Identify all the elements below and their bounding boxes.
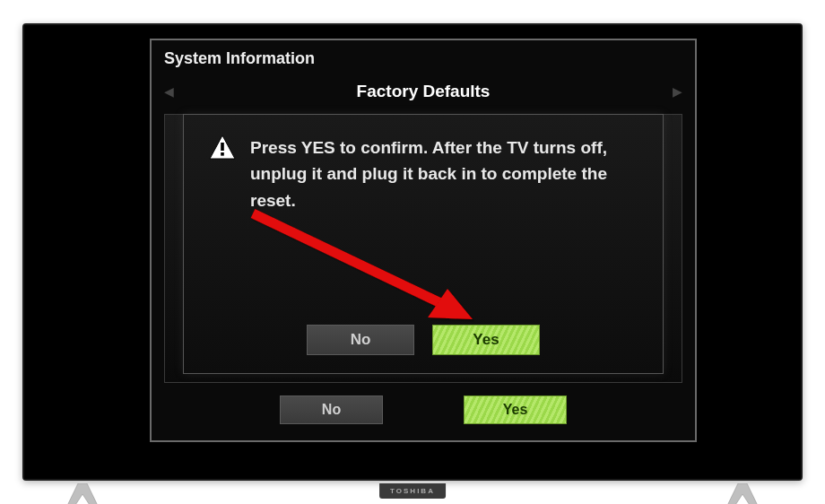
dialog-content: Press YES to confirm. After the TV turns… <box>209 135 638 213</box>
outer-yes-button[interactable]: Yes <box>464 395 567 424</box>
warning-icon <box>209 135 236 160</box>
system-information-panel: System Information ◀ Factory Defaults ▶ … <box>150 39 697 442</box>
outer-no-button[interactable]: No <box>280 395 383 424</box>
confirmation-dialog: Press YES to confirm. After the TV turns… <box>183 114 664 374</box>
dialog-buttons: No Yes <box>184 325 663 355</box>
panel-subtitle: Factory Defaults <box>357 82 491 101</box>
tv-stand-left <box>60 483 105 504</box>
nav-right-icon[interactable]: ▶ <box>673 84 682 99</box>
tv-frame: System Information ◀ Factory Defaults ▶ … <box>22 23 803 481</box>
svg-rect-2 <box>221 152 224 156</box>
tv-brand-label: TOSHIBA <box>379 483 446 499</box>
dialog-yes-button[interactable]: Yes <box>432 325 540 355</box>
tv-stand-right <box>720 483 765 504</box>
tv-screen: System Information ◀ Factory Defaults ▶ … <box>24 25 801 479</box>
panel-title: System Information <box>152 40 695 78</box>
subtitle-row: ◀ Factory Defaults ▶ <box>152 78 695 110</box>
nav-left-icon[interactable]: ◀ <box>164 84 174 99</box>
svg-rect-1 <box>221 143 224 151</box>
svg-marker-6 <box>724 483 761 504</box>
outer-buttons: No Yes <box>152 395 695 424</box>
dialog-no-button[interactable]: No <box>307 325 414 355</box>
dialog-message: Press YES to confirm. After the TV turns… <box>250 135 638 213</box>
svg-marker-5 <box>64 483 101 504</box>
